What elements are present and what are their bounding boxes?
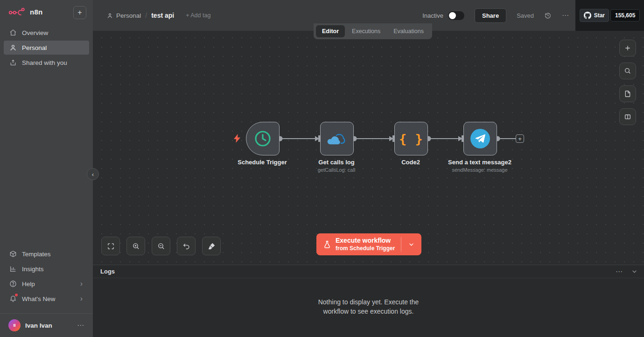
home-icon [9,29,17,36]
user-name: Ivan Ivan [25,322,72,329]
workflow-canvas[interactable]: Schedule Trigger Get calls log getCallsL… [93,31,644,265]
github-star-button[interactable]: Star [580,9,609,22]
user-more-icon[interactable]: ⋯ [77,321,84,330]
sidebar-item-help[interactable]: Help › [4,277,89,291]
chevron-left-icon: ‹ [92,171,94,178]
zoom-out-button[interactable] [152,237,170,255]
user-icon [9,44,17,51]
zoom-in-icon [132,242,140,250]
add-connected-node-button[interactable]: + [516,134,524,143]
undo-button[interactable] [177,237,196,255]
zoom-to-fit-button[interactable] [101,237,120,255]
sidebar-item-shared-with-you[interactable]: Shared with you [4,56,89,70]
node-send-text-message2[interactable] [463,122,497,155]
node-subtitle: sendMessage: message [428,167,531,173]
execute-workflow-button[interactable]: Execute workflow from Schedule Trigger [316,233,421,255]
n8n-logo-icon [8,7,26,17]
sticky-note-button[interactable] [619,85,636,102]
share-button[interactable]: Share [475,8,506,23]
brand: n8n [8,7,43,17]
sidebar-collapse-button[interactable]: ‹ [87,168,99,180]
status-label: Inactive [422,12,443,19]
notification-dot [15,294,18,296]
saved-status: Saved [517,12,534,19]
sidebar: n8n + Overview Personal Shared with you … [0,0,93,337]
connections-layer [93,31,644,265]
help-icon [9,280,17,288]
sidebar-item-overview[interactable]: Overview [4,26,89,40]
n8n-app: n8n + Overview Personal Shared with you … [0,0,644,337]
active-toggle[interactable] [448,11,464,20]
node-name: Send a text message2 [428,159,531,166]
history-icon[interactable] [544,12,552,19]
workflow-more-icon[interactable]: ⋯ [562,11,569,20]
execute-workflow-label: Execute workflow [336,237,395,245]
plus-icon [624,44,631,52]
node-subtitle: getCallsLog: call [285,167,388,173]
collapse-panel-chevron-icon[interactable] [631,268,637,274]
sidebar-item-label: Insights [22,266,44,273]
avatar: II [8,319,21,331]
add-tag-button[interactable]: + Add tag [186,12,210,19]
chevron-right-icon: › [80,280,83,288]
node-code2[interactable]: { } [394,122,428,155]
sidebar-item-personal[interactable]: Personal [4,41,89,55]
share-icon [9,59,17,66]
sidebar-item-label: What's New [22,295,56,302]
github-star-count[interactable]: 155,605 [610,9,640,21]
insights-chart-icon [9,265,17,273]
sidebar-divider [0,313,93,314]
execute-workflow-sublabel: from Schedule Trigger [336,245,395,252]
logs-empty-message: Nothing to display yet. Execute the work… [310,298,427,316]
telegram-icon [470,129,490,148]
toggle-knob [449,12,456,19]
zoom-out-icon [157,242,165,250]
toggle-panel-button[interactable] [619,108,636,125]
templates-box-icon [9,250,17,258]
github-star-label: Star [594,12,605,19]
node-schedule-trigger[interactable] [246,122,280,155]
sidebar-item-label: Help [22,281,35,288]
github-icon [584,12,591,19]
sidebar-item-label: Overview [22,29,48,36]
brand-name: n8n [30,8,43,16]
fit-view-icon [107,242,115,250]
tab-executions[interactable]: Executions [346,25,386,37]
user-icon [107,13,113,19]
sidebar-item-label: Templates [22,251,51,258]
search-button[interactable] [619,63,636,79]
breadcrumb-separator: / [145,12,147,19]
node-get-calls-log[interactable] [320,122,354,155]
workflow-title[interactable]: test api [151,12,174,19]
sidebar-item-label: Personal [22,44,47,51]
logs-header[interactable]: Logs ⋯ [93,265,644,278]
note-icon [624,90,631,98]
clock-icon [253,129,272,148]
bell-icon [9,295,17,303]
header-controls: Inactive Share Saved ⋯ [422,0,569,31]
add-node-button[interactable] [619,40,636,56]
new-workflow-button[interactable]: + [73,6,86,19]
zoom-in-button[interactable] [126,237,145,255]
logs-more-icon[interactable]: ⋯ [616,267,623,276]
sidebar-item-whats-new[interactable]: What's New › [4,292,89,306]
tab-editor[interactable]: Editor [316,25,345,37]
tab-evaluations[interactable]: Evaluations [387,25,430,37]
logs-title: Logs [100,268,115,275]
code-braces-icon: { } [399,132,423,146]
activation-control: Inactive [422,11,464,20]
tidy-up-button[interactable] [202,237,221,255]
chevron-down-icon [408,241,414,247]
split-panel-icon [624,113,631,120]
logs-panel: Logs ⋯ Nothing to display yet. Execute t… [93,265,644,337]
execute-options-dropdown[interactable] [401,233,421,255]
user-menu[interactable]: II Ivan Ivan ⋯ [0,317,93,333]
sidebar-item-insights[interactable]: Insights [4,262,89,276]
undo-icon [182,242,190,250]
breadcrumb: Personal / test api + Add tag [107,0,210,31]
sidebar-item-templates[interactable]: Templates [4,247,89,261]
breadcrumb-project[interactable]: Personal [107,12,141,19]
github-star-widget: Star 155,605 [575,0,644,31]
cloud-api-icon [327,131,347,146]
chevron-right-icon: › [80,295,83,302]
